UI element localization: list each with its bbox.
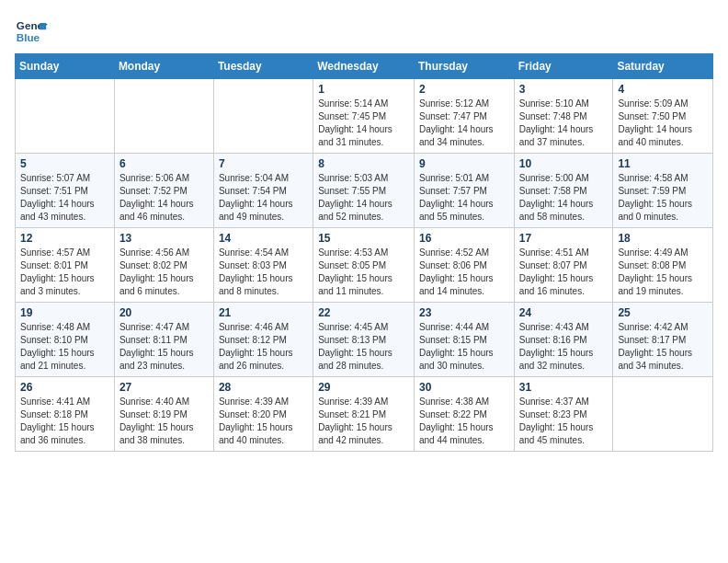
day-info: Sunrise: 4:37 AM Sunset: 8:23 PM Dayligh… xyxy=(519,396,609,447)
day-number: 24 xyxy=(519,306,609,319)
calendar-cell: 15Sunrise: 4:53 AM Sunset: 8:05 PM Dayli… xyxy=(313,228,415,303)
day-number: 5 xyxy=(20,157,109,170)
day-info: Sunrise: 5:14 AM Sunset: 7:45 PM Dayligh… xyxy=(318,98,409,149)
day-info: Sunrise: 5:09 AM Sunset: 7:50 PM Dayligh… xyxy=(618,98,708,149)
day-info: Sunrise: 4:39 AM Sunset: 8:21 PM Dayligh… xyxy=(318,396,409,447)
calendar-cell: 2Sunrise: 5:12 AM Sunset: 7:47 PM Daylig… xyxy=(414,79,514,154)
weekday-header: Monday xyxy=(114,54,213,79)
weekday-header: Saturday xyxy=(613,54,713,79)
weekday-header: Tuesday xyxy=(213,54,313,79)
calendar-cell: 27Sunrise: 4:40 AM Sunset: 8:19 PM Dayli… xyxy=(114,377,213,452)
day-number: 29 xyxy=(318,381,409,394)
day-info: Sunrise: 4:52 AM Sunset: 8:06 PM Dayligh… xyxy=(419,247,509,298)
day-number: 10 xyxy=(519,157,609,170)
calendar-cell: 28Sunrise: 4:39 AM Sunset: 8:20 PM Dayli… xyxy=(213,377,313,452)
day-info: Sunrise: 5:03 AM Sunset: 7:55 PM Dayligh… xyxy=(318,172,409,224)
day-number: 14 xyxy=(219,232,308,245)
calendar-week-row: 26Sunrise: 4:41 AM Sunset: 8:18 PM Dayli… xyxy=(16,377,713,452)
weekday-header: Thursday xyxy=(414,54,514,79)
day-number: 1 xyxy=(318,83,409,96)
day-info: Sunrise: 5:12 AM Sunset: 7:47 PM Dayligh… xyxy=(419,98,509,149)
weekday-header-row: SundayMondayTuesdayWednesdayThursdayFrid… xyxy=(16,54,713,79)
logo: General Blue xyxy=(15,15,48,48)
calendar-cell xyxy=(213,79,313,154)
calendar-week-row: 1Sunrise: 5:14 AM Sunset: 7:45 PM Daylig… xyxy=(16,79,713,154)
day-info: Sunrise: 4:48 AM Sunset: 8:10 PM Dayligh… xyxy=(20,321,109,373)
svg-text:Blue: Blue xyxy=(17,31,40,43)
day-number: 9 xyxy=(419,157,509,170)
calendar-cell: 12Sunrise: 4:57 AM Sunset: 8:01 PM Dayli… xyxy=(16,228,115,303)
day-info: Sunrise: 5:07 AM Sunset: 7:51 PM Dayligh… xyxy=(20,172,109,224)
day-info: Sunrise: 5:04 AM Sunset: 7:54 PM Dayligh… xyxy=(219,172,308,224)
calendar-cell: 29Sunrise: 4:39 AM Sunset: 8:21 PM Dayli… xyxy=(313,377,415,452)
calendar-week-row: 12Sunrise: 4:57 AM Sunset: 8:01 PM Dayli… xyxy=(16,228,713,303)
page-header: General Blue xyxy=(15,15,713,48)
calendar-cell: 4Sunrise: 5:09 AM Sunset: 7:50 PM Daylig… xyxy=(613,79,713,154)
calendar-cell: 10Sunrise: 5:00 AM Sunset: 7:58 PM Dayli… xyxy=(514,154,613,228)
day-number: 31 xyxy=(519,381,609,394)
calendar-header: SundayMondayTuesdayWednesdayThursdayFrid… xyxy=(16,54,713,79)
calendar-cell: 5Sunrise: 5:07 AM Sunset: 7:51 PM Daylig… xyxy=(16,154,115,228)
calendar-cell: 25Sunrise: 4:42 AM Sunset: 8:17 PM Dayli… xyxy=(613,303,713,377)
calendar-cell: 13Sunrise: 4:56 AM Sunset: 8:02 PM Dayli… xyxy=(114,228,213,303)
day-info: Sunrise: 4:40 AM Sunset: 8:19 PM Dayligh… xyxy=(119,396,209,447)
day-info: Sunrise: 4:41 AM Sunset: 8:18 PM Dayligh… xyxy=(20,396,109,447)
day-info: Sunrise: 4:56 AM Sunset: 8:02 PM Dayligh… xyxy=(119,247,209,298)
day-number: 3 xyxy=(519,83,609,96)
calendar-cell: 23Sunrise: 4:44 AM Sunset: 8:15 PM Dayli… xyxy=(414,303,514,377)
day-number: 2 xyxy=(419,83,509,96)
weekday-header: Sunday xyxy=(16,54,115,79)
day-number: 20 xyxy=(119,306,209,319)
calendar-cell: 24Sunrise: 4:43 AM Sunset: 8:16 PM Dayli… xyxy=(514,303,613,377)
day-info: Sunrise: 4:45 AM Sunset: 8:13 PM Dayligh… xyxy=(318,321,409,373)
day-info: Sunrise: 4:49 AM Sunset: 8:08 PM Dayligh… xyxy=(618,247,708,298)
calendar-body: 1Sunrise: 5:14 AM Sunset: 7:45 PM Daylig… xyxy=(16,79,713,452)
day-number: 7 xyxy=(219,157,308,170)
day-number: 26 xyxy=(20,381,109,394)
calendar-cell: 31Sunrise: 4:37 AM Sunset: 8:23 PM Dayli… xyxy=(514,377,613,452)
day-info: Sunrise: 5:01 AM Sunset: 7:57 PM Dayligh… xyxy=(419,172,509,224)
calendar-cell: 19Sunrise: 4:48 AM Sunset: 8:10 PM Dayli… xyxy=(16,303,115,377)
day-number: 23 xyxy=(419,306,509,319)
calendar-cell: 11Sunrise: 4:58 AM Sunset: 7:59 PM Dayli… xyxy=(613,154,713,228)
day-info: Sunrise: 4:58 AM Sunset: 7:59 PM Dayligh… xyxy=(618,172,708,224)
day-number: 27 xyxy=(119,381,209,394)
calendar-cell: 7Sunrise: 5:04 AM Sunset: 7:54 PM Daylig… xyxy=(213,154,313,228)
day-number: 30 xyxy=(419,381,509,394)
day-info: Sunrise: 5:10 AM Sunset: 7:48 PM Dayligh… xyxy=(519,98,609,149)
logo-icon: General Blue xyxy=(15,15,48,48)
day-info: Sunrise: 4:54 AM Sunset: 8:03 PM Dayligh… xyxy=(219,247,308,298)
day-info: Sunrise: 4:39 AM Sunset: 8:20 PM Dayligh… xyxy=(219,396,308,447)
calendar-cell: 16Sunrise: 4:52 AM Sunset: 8:06 PM Dayli… xyxy=(414,228,514,303)
day-number: 13 xyxy=(119,232,209,245)
calendar-cell: 18Sunrise: 4:49 AM Sunset: 8:08 PM Dayli… xyxy=(613,228,713,303)
calendar-cell: 17Sunrise: 4:51 AM Sunset: 8:07 PM Dayli… xyxy=(514,228,613,303)
day-info: Sunrise: 4:47 AM Sunset: 8:11 PM Dayligh… xyxy=(119,321,209,373)
day-number: 18 xyxy=(618,232,708,245)
day-info: Sunrise: 4:57 AM Sunset: 8:01 PM Dayligh… xyxy=(20,247,109,298)
day-info: Sunrise: 4:42 AM Sunset: 8:17 PM Dayligh… xyxy=(618,321,708,373)
day-info: Sunrise: 4:51 AM Sunset: 8:07 PM Dayligh… xyxy=(519,247,609,298)
day-info: Sunrise: 5:00 AM Sunset: 7:58 PM Dayligh… xyxy=(519,172,609,224)
calendar-week-row: 5Sunrise: 5:07 AM Sunset: 7:51 PM Daylig… xyxy=(16,154,713,228)
day-info: Sunrise: 4:44 AM Sunset: 8:15 PM Dayligh… xyxy=(419,321,509,373)
calendar-cell xyxy=(613,377,713,452)
calendar-cell: 9Sunrise: 5:01 AM Sunset: 7:57 PM Daylig… xyxy=(414,154,514,228)
day-number: 8 xyxy=(318,157,409,170)
calendar-week-row: 19Sunrise: 4:48 AM Sunset: 8:10 PM Dayli… xyxy=(16,303,713,377)
day-info: Sunrise: 4:38 AM Sunset: 8:22 PM Dayligh… xyxy=(419,396,509,447)
calendar-cell: 8Sunrise: 5:03 AM Sunset: 7:55 PM Daylig… xyxy=(313,154,415,228)
calendar-cell xyxy=(114,79,213,154)
calendar-cell: 20Sunrise: 4:47 AM Sunset: 8:11 PM Dayli… xyxy=(114,303,213,377)
day-number: 28 xyxy=(219,381,308,394)
calendar-cell: 30Sunrise: 4:38 AM Sunset: 8:22 PM Dayli… xyxy=(414,377,514,452)
calendar-cell: 22Sunrise: 4:45 AM Sunset: 8:13 PM Dayli… xyxy=(313,303,415,377)
day-number: 15 xyxy=(318,232,409,245)
day-info: Sunrise: 4:46 AM Sunset: 8:12 PM Dayligh… xyxy=(219,321,308,373)
calendar-cell: 6Sunrise: 5:06 AM Sunset: 7:52 PM Daylig… xyxy=(114,154,213,228)
calendar-cell: 14Sunrise: 4:54 AM Sunset: 8:03 PM Dayli… xyxy=(213,228,313,303)
weekday-header: Wednesday xyxy=(313,54,415,79)
day-info: Sunrise: 4:43 AM Sunset: 8:16 PM Dayligh… xyxy=(519,321,609,373)
day-number: 16 xyxy=(419,232,509,245)
day-number: 19 xyxy=(20,306,109,319)
